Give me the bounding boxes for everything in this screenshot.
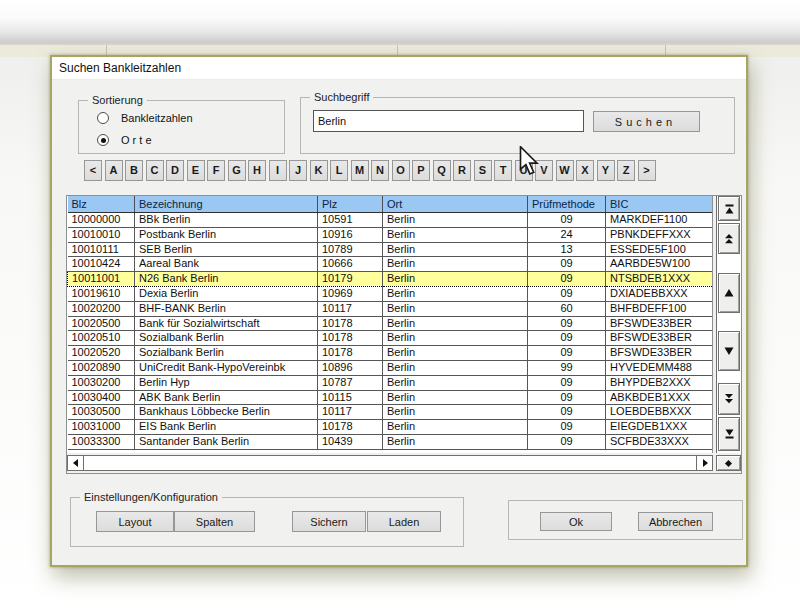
table-row[interactable]: 10000000BBk Berlin10591Berlin09MARKDEF11…	[68, 213, 713, 228]
table-row[interactable]: 10010424Aareal Bank10666Berlin09AARBDE5W…	[68, 257, 713, 272]
sichern-button[interactable]: Sichern	[292, 511, 366, 532]
abbrechen-button[interactable]: Abbrechen	[638, 512, 713, 531]
table-cell: 60	[528, 301, 606, 316]
alphabet-button-t[interactable]: T	[494, 160, 512, 181]
alphabet-button-p[interactable]: P	[412, 160, 430, 181]
horizontal-scrollbar[interactable]	[67, 455, 713, 471]
alphabet-button-s[interactable]: S	[474, 160, 492, 181]
row-down-button[interactable]	[718, 331, 740, 371]
alphabet-button->[interactable]: >	[638, 160, 656, 181]
table-row[interactable]: 10020500Bank für Sozialwirtschaft10178Be…	[68, 316, 713, 331]
table-cell: 10789	[318, 242, 383, 257]
table-cell: 09	[528, 420, 606, 435]
table-row[interactable]: 10030400ABK Bank Berlin10115Berlin09ABKB…	[68, 390, 713, 405]
column-header-ort[interactable]: Ort	[383, 196, 528, 213]
row-up-icon	[724, 288, 735, 298]
arrow-right-icon	[700, 458, 710, 468]
alphabet-button-q[interactable]: Q	[433, 160, 451, 181]
table-cell: 10916	[318, 227, 383, 242]
page-up-button[interactable]	[718, 223, 740, 254]
table-row[interactable]: 10030200Berlin Hyp10787Berlin09BHYPDEB2X…	[68, 375, 713, 390]
alphabet-button-i[interactable]: I	[269, 160, 287, 181]
table-body: 10000000BBk Berlin10591Berlin09MARKDEF11…	[68, 213, 713, 450]
column-header-prüfmethode[interactable]: Prüfmethode	[528, 196, 606, 213]
table-cell: 10030200	[68, 375, 135, 390]
table-row[interactable]: 10020200BHF-BANK Berlin10117Berlin60BHFB…	[68, 301, 713, 316]
table-cell: ABKBDEB1XXX	[606, 390, 713, 405]
laden-button[interactable]: Laden	[367, 511, 441, 532]
table-cell: Berlin	[383, 213, 528, 228]
alphabet-button-b[interactable]: B	[125, 160, 143, 181]
alphabet-button-k[interactable]: K	[310, 160, 328, 181]
alphabet-button-j[interactable]: J	[289, 160, 307, 181]
go-first-button[interactable]	[718, 196, 740, 221]
table-cell: Berlin	[383, 420, 528, 435]
alphabet-button-<[interactable]: <	[84, 160, 102, 181]
alphabet-button-y[interactable]: Y	[597, 160, 615, 181]
table-cell: 10178	[318, 420, 383, 435]
ok-button[interactable]: Ok	[540, 512, 612, 531]
column-header-bic[interactable]: BIC	[606, 196, 713, 213]
go-last-button[interactable]	[718, 417, 740, 451]
table-row[interactable]: 10030500Bankhaus Löbbecke Berlin10117Ber…	[68, 405, 713, 420]
table-cell: Santander Bank Berlin	[135, 434, 318, 449]
table-row[interactable]: 10010111SEB Berlin10789Berlin13ESSEDE5F1…	[68, 242, 713, 257]
table-cell: 10020510	[68, 331, 135, 346]
grid-corner-button[interactable]	[716, 455, 741, 471]
row-up-button[interactable]	[718, 273, 740, 313]
table-cell: 10896	[318, 360, 383, 375]
spalten-button[interactable]: Spalten	[174, 511, 255, 532]
alphabet-button-e[interactable]: E	[187, 160, 205, 181]
alphabet-button-h[interactable]: H	[248, 160, 266, 181]
radio-selected-icon[interactable]	[97, 134, 109, 146]
table-cell: 10020890	[68, 360, 135, 375]
alphabet-button-l[interactable]: L	[330, 160, 348, 181]
alphabet-button-r[interactable]: R	[453, 160, 471, 181]
sortierung-legend: Sortierung	[88, 94, 147, 106]
scroll-left-button[interactable]	[68, 456, 84, 470]
alphabet-button-x[interactable]: X	[576, 160, 594, 181]
alphabet-button-g[interactable]: G	[228, 160, 246, 181]
table-cell: 13	[528, 242, 606, 257]
table-row[interactable]: 10020890UniCredit Bank-HypoVereinbk10896…	[68, 360, 713, 375]
table-cell: 10010010	[68, 227, 135, 242]
table-row[interactable]: 10020520Sozialbank Berlin10178Berlin09BF…	[68, 346, 713, 361]
table-cell: Berlin	[383, 390, 528, 405]
alphabet-button-m[interactable]: M	[351, 160, 369, 181]
alphabet-button-z[interactable]: Z	[617, 160, 635, 181]
alphabet-button-a[interactable]: A	[105, 160, 123, 181]
table-cell: Berlin	[383, 405, 528, 420]
alphabet-button-n[interactable]: N	[371, 160, 389, 181]
table-row[interactable]: 10020510Sozialbank Berlin10178Berlin09BF…	[68, 331, 713, 346]
table-cell: Berlin	[383, 242, 528, 257]
alphabet-button-o[interactable]: O	[392, 160, 410, 181]
page-down-icon	[724, 394, 735, 404]
table-cell: Berlin	[383, 360, 528, 375]
table-row[interactable]: 10011001N26 Bank Berlin10179Berlin09NTSB…	[68, 272, 713, 287]
page-down-button[interactable]	[718, 383, 740, 415]
table-row[interactable]: 10033300Santander Bank Berlin10439Berlin…	[68, 434, 713, 449]
column-header-plz[interactable]: Plz	[318, 196, 383, 213]
result-table-container: BlzBezeichnungPlzOrtPrüfmethodeBIC 10000…	[66, 195, 742, 474]
column-header-blz[interactable]: Blz	[68, 196, 135, 213]
suchen-button[interactable]: Suchen	[593, 111, 700, 132]
table-row[interactable]: 10019610Dexia Berlin10969Berlin09DXIADEB…	[68, 286, 713, 301]
layout-button[interactable]: Layout	[96, 511, 174, 532]
table-cell: 09	[528, 316, 606, 331]
table-cell: 10117	[318, 301, 383, 316]
scroll-right-button[interactable]	[696, 456, 712, 470]
column-header-bezeichnung[interactable]: Bezeichnung	[135, 196, 318, 213]
radio-option[interactable]: O r t e	[97, 133, 152, 147]
alphabet-button-d[interactable]: D	[166, 160, 184, 181]
alphabet-button-c[interactable]: C	[146, 160, 164, 181]
radio-unselected-icon[interactable]	[97, 112, 109, 124]
table-cell: MARKDEF1100	[606, 213, 713, 228]
mouse-cursor	[519, 146, 540, 176]
search-input[interactable]	[313, 110, 584, 132]
table-row[interactable]: 10031000EIS Bank Berlin10178Berlin09EIEG…	[68, 420, 713, 435]
alphabet-button-w[interactable]: W	[556, 160, 574, 181]
table-row[interactable]: 10010010Postbank Berlin10916Berlin24PBNK…	[68, 227, 713, 242]
arrow-left-icon	[71, 458, 81, 468]
alphabet-button-f[interactable]: F	[207, 160, 225, 181]
radio-option[interactable]: Bankleitzahlen	[97, 111, 193, 125]
